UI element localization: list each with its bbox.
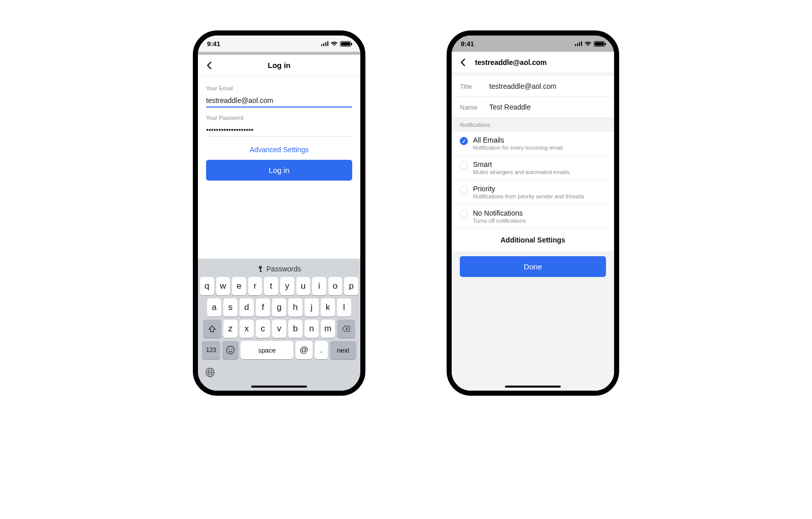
- phone-login: 9:41 Log in Your Email Your Password Adv…: [193, 30, 365, 396]
- nav-bar: testreaddle@aol.com: [452, 52, 614, 73]
- status-icons: [321, 41, 352, 47]
- svg-rect-2: [260, 271, 262, 272]
- option-subtitle: Turns off notifications: [473, 218, 526, 224]
- phone-settings: 9:41 testreaddle@aol.com Title testreadd…: [447, 30, 619, 396]
- key-e[interactable]: e: [232, 277, 246, 295]
- globe-row: [200, 362, 358, 389]
- key-v[interactable]: v: [272, 320, 286, 338]
- key-f[interactable]: f: [256, 298, 270, 317]
- advanced-settings-link[interactable]: Advanced Settings: [206, 146, 352, 154]
- option-title: Priority: [473, 185, 584, 193]
- back-icon[interactable]: [205, 61, 214, 70]
- key-l[interactable]: l: [337, 298, 351, 317]
- radio-indicator: [460, 137, 468, 145]
- option-title: Smart: [473, 160, 569, 168]
- key-o[interactable]: o: [328, 277, 343, 295]
- notifications-list: All EmailsNotification for every incomin…: [452, 131, 614, 229]
- login-button[interactable]: Log in: [206, 160, 352, 181]
- shift-key[interactable]: [203, 320, 221, 338]
- password-field[interactable]: [206, 123, 352, 136]
- cellular-icon: [575, 41, 583, 46]
- name-label: Name: [460, 103, 489, 111]
- key-d[interactable]: d: [240, 298, 254, 317]
- status-time: 9:41: [461, 40, 474, 48]
- battery-icon: [340, 41, 351, 47]
- key-t[interactable]: t: [264, 277, 278, 295]
- at-key[interactable]: @: [295, 341, 313, 359]
- key-k[interactable]: k: [321, 298, 335, 317]
- key-y[interactable]: y: [280, 277, 294, 295]
- notification-option[interactable]: SmartMutes strangers and automated email…: [452, 156, 614, 180]
- kbd-row-1: qwertyuiop: [200, 277, 358, 295]
- option-title: All Emails: [473, 136, 563, 144]
- key-x[interactable]: x: [240, 320, 254, 338]
- status-bar: 9:41: [452, 36, 614, 52]
- notification-option[interactable]: All EmailsNotification for every incomin…: [452, 131, 614, 156]
- radio-indicator: [460, 161, 468, 169]
- title-label: Title: [460, 83, 489, 90]
- svg-point-3: [227, 347, 234, 354]
- title-row[interactable]: Title testreaddle@aol.com: [452, 76, 614, 97]
- key-p[interactable]: p: [344, 277, 358, 295]
- key-i[interactable]: i: [312, 277, 326, 295]
- emoji-key[interactable]: [222, 341, 239, 359]
- notifications-header: Notifications: [452, 118, 614, 131]
- numbers-key[interactable]: 123: [202, 341, 220, 359]
- title-value: testreaddle@aol.com: [489, 82, 557, 90]
- email-label: Your Email: [206, 85, 352, 91]
- backspace-key[interactable]: [337, 320, 355, 338]
- status-bar: 9:41: [198, 36, 360, 52]
- notification-option[interactable]: PriorityNotifications from priority send…: [452, 180, 614, 204]
- key-m[interactable]: m: [321, 320, 335, 338]
- key-w[interactable]: w: [216, 277, 230, 295]
- name-value: Test Readdle: [489, 103, 531, 111]
- key-s[interactable]: s: [223, 298, 238, 317]
- option-title: No Notifications: [473, 209, 526, 217]
- key-j[interactable]: j: [304, 298, 319, 317]
- login-content: Your Email Your Password Advanced Settin…: [198, 76, 360, 391]
- key-q[interactable]: q: [200, 277, 214, 295]
- nav-title: Log in: [198, 61, 360, 70]
- key-icon: [257, 265, 263, 272]
- svg-point-5: [231, 349, 232, 350]
- key-g[interactable]: g: [272, 298, 286, 317]
- additional-settings-link[interactable]: Additional Settings: [452, 229, 614, 251]
- key-h[interactable]: h: [288, 298, 302, 317]
- radio-indicator: [460, 210, 468, 218]
- key-z[interactable]: z: [223, 320, 238, 338]
- kbd-row-3: zxcvbnm: [200, 320, 358, 338]
- nav-bar: Log in: [198, 55, 360, 76]
- status-icons: [575, 41, 605, 47]
- keyboard: Passwords qwertyuiop asdfghjkl zxcvbnm 1…: [198, 259, 360, 391]
- globe-icon[interactable]: [205, 367, 215, 377]
- option-subtitle: Notification for every incoming email: [473, 145, 563, 151]
- radio-indicator: [460, 186, 468, 194]
- status-time: 9:41: [207, 40, 220, 48]
- key-c[interactable]: c: [256, 320, 270, 338]
- kbd-row-2: asdfghjkl: [200, 298, 358, 317]
- battery-icon: [594, 41, 605, 47]
- key-a[interactable]: a: [207, 298, 221, 317]
- next-key[interactable]: next: [330, 341, 356, 359]
- settings-content: Title testreaddle@aol.com Name Test Read…: [452, 73, 614, 391]
- name-row[interactable]: Name Test Readdle: [452, 97, 614, 118]
- passwords-label: Passwords: [266, 265, 301, 273]
- empty-area: [452, 285, 614, 391]
- done-button[interactable]: Done: [460, 256, 606, 277]
- key-n[interactable]: n: [304, 320, 319, 338]
- key-r[interactable]: r: [248, 277, 262, 295]
- option-subtitle: Mutes strangers and automated emails: [473, 169, 569, 175]
- kbd-row-4: 123 space @ . next: [200, 341, 358, 359]
- passwords-suggestion[interactable]: Passwords: [200, 262, 358, 277]
- key-b[interactable]: b: [288, 320, 302, 338]
- period-key[interactable]: .: [315, 341, 328, 359]
- email-field[interactable]: [206, 93, 352, 108]
- cellular-icon: [321, 41, 329, 46]
- nav-title: testreaddle@aol.com: [475, 58, 547, 66]
- back-icon[interactable]: [459, 58, 468, 67]
- notification-option[interactable]: No NotificationsTurns off notifications: [452, 204, 614, 229]
- svg-point-4: [228, 349, 229, 350]
- key-u[interactable]: u: [296, 277, 311, 295]
- wifi-icon: [330, 41, 338, 47]
- space-key[interactable]: space: [241, 341, 293, 359]
